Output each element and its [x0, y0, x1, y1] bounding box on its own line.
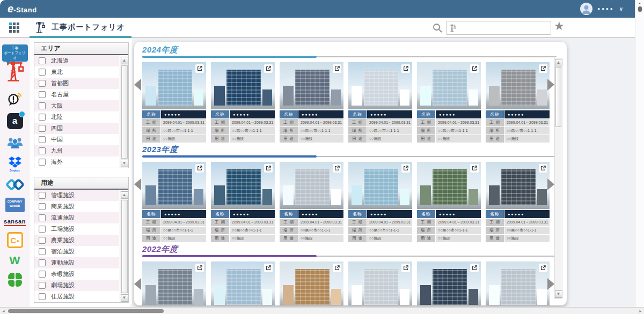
project-card[interactable]: 名称 ●●●●● 工 期 2099.04.01～2099.03: [142, 162, 206, 242]
project-card[interactable]: 名称 ●●●●● 工 期 2099.04.01～2099.03: [142, 62, 206, 143]
scroll-down-icon[interactable]: ▼: [555, 290, 562, 298]
project-photo[interactable]: [417, 62, 481, 109]
scroll-down-icon[interactable]: ▼: [121, 160, 128, 167]
external-link-icon[interactable]: [539, 164, 547, 173]
project-card[interactable]: 名称 ●●●●● 工 期 2099.04.01～2099.03: [417, 62, 481, 143]
checkbox[interactable]: [39, 226, 46, 233]
project-photo[interactable]: [280, 62, 343, 109]
checkbox[interactable]: [39, 57, 46, 64]
external-link-icon[interactable]: [401, 264, 410, 272]
scrollbar-thumb[interactable]: [638, 6, 642, 12]
project-photo[interactable]: [417, 261, 481, 305]
sidebar-item-c-app[interactable]: C: [3, 232, 27, 248]
favorite-star-icon[interactable]: ★: [554, 19, 565, 33]
checkbox[interactable]: [39, 114, 46, 121]
project-photo[interactable]: [348, 62, 412, 109]
scrollbar-thumb[interactable]: [121, 65, 128, 159]
external-link-icon[interactable]: [539, 64, 547, 73]
search-field[interactable]: [446, 21, 551, 35]
project-card[interactable]: 名称 ●●●●● 工 期 2099.04.01～2099.03: [348, 162, 412, 242]
checkbox[interactable]: [39, 248, 46, 255]
external-link-icon[interactable]: [264, 64, 273, 73]
project-card[interactable]: 名称 ●●●●● 工 期 2099.04.01～2099.03: [280, 261, 343, 305]
external-link-icon[interactable]: [195, 64, 204, 73]
project-card[interactable]: 名称 ●●●●● 工 期 2099.04.01～2099.03: [280, 62, 343, 143]
external-link-icon[interactable]: [333, 64, 341, 73]
external-link-icon[interactable]: [195, 264, 204, 272]
sidebar-item-sansan[interactable]: sansan: [3, 218, 27, 226]
checkbox[interactable]: [39, 102, 46, 109]
external-link-icon[interactable]: [470, 64, 479, 73]
scroll-right-icon[interactable]: ►: [637, 309, 644, 313]
sidebar-item-a-app[interactable]: a: [3, 113, 27, 129]
filter-scrollbar[interactable]: ▲ ▼: [120, 191, 128, 302]
user-menu[interactable]: ●●●● ∨: [580, 0, 623, 18]
project-card[interactable]: 名称 ●●●●● 工 期 2099.04.01～2099.03: [280, 162, 343, 242]
page-vertical-scrollbar[interactable]: ▲: [635, 0, 644, 307]
external-link-icon[interactable]: [470, 164, 479, 173]
page-horizontal-scrollbar[interactable]: ◄ ►: [0, 307, 644, 314]
checkbox[interactable]: [39, 293, 46, 300]
project-photo[interactable]: [142, 162, 206, 209]
panel-scrollbar[interactable]: ▲ ▼: [554, 58, 562, 299]
sidebar-item-alert-chat[interactable]: [3, 90, 27, 107]
project-card[interactable]: 名称 ●●●●● 工 期 2099.04.01～2099.03: [486, 261, 550, 305]
project-card[interactable]: 名称 ●●●●● 工 期 2099.04.01～2099.03: [417, 261, 481, 305]
scroll-up-icon[interactable]: ▲: [121, 57, 128, 64]
checkbox[interactable]: [39, 237, 46, 244]
carousel-left-arrow[interactable]: [134, 79, 141, 91]
external-link-icon[interactable]: [333, 164, 341, 173]
external-link-icon[interactable]: [401, 64, 410, 73]
sidebar-item-construction-portfolio[interactable]: 工事ポートフォリオ: [2, 41, 28, 84]
checkbox[interactable]: [39, 259, 46, 266]
project-photo[interactable]: [211, 62, 275, 109]
checkbox[interactable]: [39, 91, 46, 98]
checkbox[interactable]: [39, 147, 46, 154]
scroll-up-icon[interactable]: ▲: [121, 191, 128, 199]
checkbox[interactable]: [39, 80, 46, 87]
checkbox[interactable]: [39, 159, 46, 166]
project-card[interactable]: 名称 ●●●●● 工 期 2099.04.01～2099.03: [211, 62, 275, 143]
scrollbar-thumb[interactable]: [121, 200, 128, 293]
filter-scrollbar[interactable]: ▲ ▼: [120, 56, 128, 168]
external-link-icon[interactable]: [470, 264, 479, 272]
project-card[interactable]: 名称 ●●●●● 工 期 2099.04.01～2099.03: [486, 162, 550, 242]
external-link-icon[interactable]: [195, 164, 204, 173]
carousel-left-arrow[interactable]: [134, 278, 141, 290]
checkbox[interactable]: [39, 136, 46, 143]
project-card[interactable]: 名称 ●●●●● 工 期 2099.04.01～2099.03: [417, 162, 481, 242]
external-link-icon[interactable]: [401, 164, 410, 173]
external-link-icon[interactable]: [264, 264, 273, 272]
checkbox[interactable]: [39, 282, 46, 289]
scroll-left-icon[interactable]: ◄: [0, 309, 7, 313]
project-card[interactable]: 名称 ●●●●● 工 期 2099.04.01～2099.03: [211, 261, 275, 305]
project-card[interactable]: 名称 ●●●●● 工 期 2099.04.01～2099.03: [348, 62, 412, 143]
project-photo[interactable]: [486, 162, 550, 209]
project-photo[interactable]: [348, 162, 412, 209]
checkbox[interactable]: [39, 214, 46, 221]
sidebar-item-w-app[interactable]: W: [3, 254, 27, 267]
project-card[interactable]: 名称 ●●●●● 工 期 2099.04.01～2099.03: [348, 261, 412, 305]
project-photo[interactable]: [142, 261, 206, 305]
carousel-left-arrow[interactable]: [134, 178, 141, 190]
project-photo[interactable]: [211, 162, 275, 209]
project-photo[interactable]: [211, 261, 275, 305]
external-link-icon[interactable]: [539, 264, 547, 272]
project-photo[interactable]: [417, 162, 481, 209]
user-avatar-icon[interactable]: [580, 3, 592, 15]
checkbox[interactable]: [39, 192, 46, 199]
carousel-right-arrow[interactable]: [547, 79, 554, 91]
carousel-right-arrow[interactable]: [547, 278, 554, 290]
checkbox[interactable]: [39, 69, 46, 76]
scrollbar-thumb[interactable]: [8, 309, 164, 313]
project-photo[interactable]: [142, 62, 206, 109]
search-input[interactable]: [459, 23, 551, 33]
sidebar-item-dropbox[interactable]: Dropbox: [3, 156, 27, 172]
project-card[interactable]: 名称 ●●●●● 工 期 2099.04.01～2099.03: [142, 261, 206, 305]
scroll-up-icon[interactable]: ▲: [638, 2, 641, 5]
carousel-right-arrow[interactable]: [547, 178, 554, 190]
sidebar-item-link-app[interactable]: [3, 178, 27, 192]
project-photo[interactable]: [280, 261, 343, 305]
scroll-up-icon[interactable]: ▲: [555, 59, 562, 66]
project-card[interactable]: 名称 ●●●●● 工 期 2099.04.01～2099.03: [211, 162, 275, 242]
